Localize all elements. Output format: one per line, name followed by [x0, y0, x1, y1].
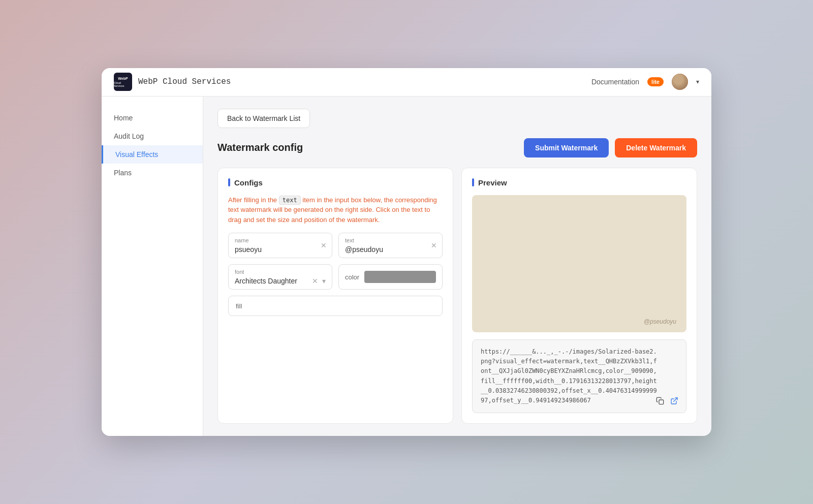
preview-watermark-text: @pseudoyu: [644, 318, 676, 325]
name-text-row: name psueoyu ✕ text @pseudoyu ✕: [228, 233, 443, 258]
main-layout: Home Audit Log Visual Effects Plans Back…: [102, 97, 711, 436]
header: WebP Cloud Services WebP Cloud Services …: [102, 68, 711, 97]
configs-panel-header: Configs: [228, 178, 443, 187]
url-text: https://______&..._,_-.-/images/Solarize…: [481, 347, 678, 405]
color-field[interactable]: color: [338, 264, 443, 290]
text-field: text @pseudoyu ✕: [338, 233, 443, 258]
text-code-badge: text: [279, 196, 301, 205]
svg-line-1: [674, 398, 677, 401]
back-to-watermark-list-button[interactable]: Back to Watermark List: [217, 109, 310, 128]
font-value[interactable]: Architects Daughter: [235, 277, 297, 285]
sidebar-item-visual-effects[interactable]: Visual Effects: [102, 145, 203, 164]
configs-panel-title: Configs: [234, 178, 263, 187]
app-window: WebP Cloud Services WebP Cloud Services …: [102, 68, 711, 436]
submit-watermark-button[interactable]: Submit Watermark: [524, 138, 609, 158]
configs-panel: Configs After filling in the text item i…: [217, 168, 453, 424]
font-field: font Architects Daughter ✕ ▾: [228, 264, 332, 290]
font-color-row: font Architects Daughter ✕ ▾ color: [228, 264, 443, 290]
font-actions: ✕ ▾: [312, 277, 326, 285]
open-url-button[interactable]: [669, 395, 680, 406]
page-title: Watermark config: [217, 142, 303, 153]
logo-icon: WebP Cloud Services: [114, 73, 132, 91]
logo-line1: WebP: [118, 77, 128, 81]
header-actions: Submit Watermark Delete Watermark: [524, 138, 697, 158]
fill-label: fill: [236, 302, 242, 310]
sidebar: Home Audit Log Visual Effects Plans: [102, 97, 203, 436]
color-swatch[interactable]: [364, 271, 436, 283]
fill-field[interactable]: fill: [228, 296, 443, 316]
preview-panel-line-icon: [472, 178, 474, 186]
url-actions: [654, 395, 680, 406]
name-field: name psueoyu ✕: [228, 233, 332, 258]
preview-panel-title: Preview: [478, 178, 507, 187]
text-value[interactable]: @pseudoyu: [345, 245, 436, 254]
color-label: color: [345, 273, 359, 281]
font-clear-icon[interactable]: ✕: [312, 277, 318, 285]
name-clear-icon[interactable]: ✕: [321, 241, 327, 249]
page-header: Watermark config Submit Watermark Delete…: [217, 138, 697, 158]
font-controls: Architects Daughter ✕ ▾: [235, 277, 326, 285]
preview-image[interactable]: @pseudoyu: [472, 195, 686, 332]
panel-line-icon: [228, 178, 230, 186]
logo-line2: Cloud Services: [114, 81, 132, 87]
sidebar-item-plans[interactable]: Plans: [102, 164, 203, 182]
content-area: Back to Watermark List Watermark config …: [203, 97, 711, 436]
delete-watermark-button[interactable]: Delete Watermark: [615, 138, 697, 158]
svg-rect-0: [659, 400, 664, 404]
preview-panel-header: Preview: [472, 178, 686, 187]
avatar-image: [672, 74, 688, 90]
text-label: text: [345, 237, 436, 243]
text-clear-icon[interactable]: ✕: [431, 241, 437, 249]
header-right: Documentation lite ▾: [591, 74, 699, 90]
panels: Configs After filling in the text item i…: [217, 168, 697, 424]
documentation-link[interactable]: Documentation: [591, 78, 639, 86]
account-dropdown-icon[interactable]: ▾: [696, 78, 699, 85]
name-label: name: [235, 237, 326, 243]
font-dropdown-icon[interactable]: ▾: [322, 277, 326, 285]
plan-badge: lite: [647, 77, 664, 86]
header-left: WebP Cloud Services WebP Cloud Services: [114, 73, 231, 91]
url-box: https://______&..._,_-.-/images/Solarize…: [472, 339, 686, 413]
copy-url-button[interactable]: [654, 395, 666, 406]
configs-info-text: After filling in the text item in the in…: [228, 195, 443, 225]
name-value[interactable]: psueoyu: [235, 245, 326, 254]
app-title: WebP Cloud Services: [138, 77, 231, 86]
preview-panel: Preview @pseudoyu https://______&..._,_-…: [461, 168, 697, 424]
font-label: font: [235, 269, 326, 275]
avatar[interactable]: [672, 74, 688, 90]
sidebar-item-home[interactable]: Home: [102, 109, 203, 127]
sidebar-item-audit-log[interactable]: Audit Log: [102, 127, 203, 145]
